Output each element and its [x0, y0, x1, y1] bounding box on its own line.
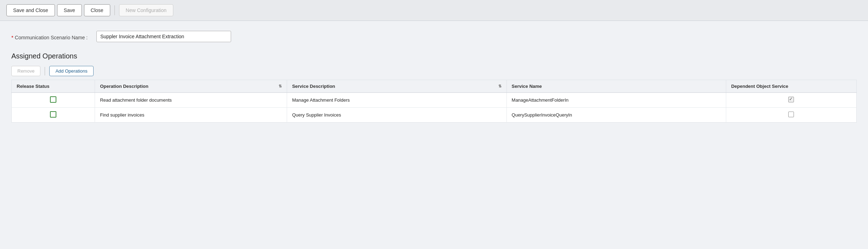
operations-table: Release Status Operation Description ⇅ S… — [11, 80, 857, 123]
assigned-operations-section: Assigned Operations Remove Add Operation… — [11, 52, 857, 123]
save-button[interactable]: Save — [57, 4, 82, 16]
table-row: Read attachment folder documentsManage A… — [12, 93, 857, 108]
cell-release-status — [12, 108, 95, 123]
cell-operation-description: Find supplier invoices — [95, 108, 287, 123]
th-service-name: Service Name — [506, 80, 726, 93]
table-header-row: Release Status Operation Description ⇅ S… — [12, 80, 857, 93]
cell-dependent-object-service — [726, 108, 856, 123]
th-release-status: Release Status — [12, 80, 95, 93]
sort-icon-op-desc[interactable]: ⇅ — [279, 84, 282, 89]
save-and-close-button[interactable]: Save and Close — [6, 4, 55, 16]
remove-button[interactable]: Remove — [11, 66, 40, 76]
cell-release-status — [12, 93, 95, 108]
section-title: Assigned Operations — [11, 52, 857, 60]
th-operation-description: Operation Description ⇅ — [95, 80, 287, 93]
cell-service-description: Manage Attachment Folders — [287, 93, 506, 108]
cell-service-name: ManageAttachmentFolderIn — [506, 93, 726, 108]
toolbar-divider — [114, 5, 115, 15]
main-container: Save and Close Save Close New Configurat… — [0, 0, 868, 249]
dependent-service-checkbox[interactable] — [788, 112, 794, 117]
toolbar: Save and Close Save Close New Configurat… — [0, 0, 868, 21]
th-service-description: Service Description ⇅ — [287, 80, 506, 93]
content-area: *Communication Scenario Name : Assigned … — [0, 21, 868, 132]
add-operations-button[interactable]: Add Operations — [49, 66, 93, 76]
sort-icon-svc-desc[interactable]: ⇅ — [498, 84, 502, 89]
dependent-service-checkbox[interactable] — [788, 97, 794, 102]
release-status-checkbox[interactable] — [50, 111, 56, 118]
new-configuration-button[interactable]: New Configuration — [119, 4, 173, 16]
table-row: Find supplier invoicesQuery Supplier Inv… — [12, 108, 857, 123]
close-button[interactable]: Close — [84, 4, 110, 16]
required-star: * — [11, 34, 13, 40]
th-dependent-object-service: Dependent Object Service — [726, 80, 856, 93]
cell-service-description: Query Supplier Invoices — [287, 108, 506, 123]
release-status-checkbox[interactable] — [50, 96, 56, 103]
table-toolbar-divider — [45, 67, 45, 75]
cell-service-name: QuerySupplierInvoiceQueryIn — [506, 108, 726, 123]
cell-operation-description: Read attachment folder documents — [95, 93, 287, 108]
scenario-name-row: *Communication Scenario Name : — [11, 31, 857, 42]
scenario-name-input[interactable] — [96, 31, 231, 42]
cell-dependent-object-service — [726, 93, 856, 108]
table-toolbar: Remove Add Operations — [11, 66, 857, 76]
scenario-name-label: *Communication Scenario Name : — [11, 31, 96, 41]
